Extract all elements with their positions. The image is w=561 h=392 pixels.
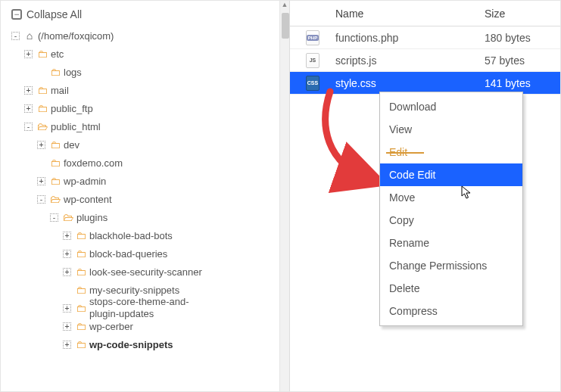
tree-item[interactable]: -🗁wp-content (37, 190, 279, 208)
folder-open-icon: 🗁 (49, 193, 61, 205)
js-file-icon: JS (306, 53, 319, 68)
scroll-thumb[interactable] (282, 13, 289, 39)
expander-icon[interactable]: + (63, 250, 71, 258)
expander-icon[interactable]: - (50, 213, 58, 222)
file-row[interactable]: PHP functions.php 180 bytes (290, 26, 560, 49)
file-list-header: Name Size (290, 1, 560, 26)
folder-icon: 🗀 (75, 338, 87, 350)
expander-icon[interactable]: - (37, 195, 45, 204)
expander-icon[interactable]: + (63, 322, 71, 331)
menu-rename[interactable]: Rename (380, 232, 522, 254)
menu-download[interactable]: Download (380, 95, 522, 118)
file-size: 141 bytes (485, 77, 560, 89)
tree-item[interactable]: +🗀look-see-security-scanner (63, 263, 279, 281)
tree-item[interactable]: 🗀foxdemo.com (37, 154, 279, 172)
folder-open-icon: 🗁 (36, 120, 48, 132)
expander-icon[interactable]: - (24, 123, 33, 131)
folder-icon: 🗀 (75, 320, 87, 332)
tree-scrollbar[interactable]: ▲ (279, 1, 290, 392)
folder-icon: 🗀 (49, 175, 61, 187)
menu-edit[interactable]: Edit (380, 141, 522, 163)
annotation-arrow-icon (315, 88, 383, 194)
tree-item[interactable]: -🗁plugins (50, 208, 279, 226)
folder-open-icon: 🗁 (62, 211, 74, 223)
folder-icon: 🗀 (75, 266, 87, 278)
file-size: 180 bytes (485, 32, 560, 44)
tree-item[interactable]: +🗀mail (24, 81, 279, 99)
tree-item[interactable]: +🗀wp-admin (37, 172, 279, 190)
folder-icon: 🗀 (49, 157, 61, 169)
tree-item[interactable]: +🗀etc (24, 45, 279, 63)
expander-icon[interactable]: + (37, 141, 45, 149)
menu-code-edit[interactable]: Code Edit (380, 163, 522, 186)
expander-icon[interactable]: + (63, 304, 71, 313)
expander-icon[interactable]: + (63, 232, 71, 240)
root-label: (/home/foxqicom) (38, 30, 114, 42)
expander-icon[interactable]: + (63, 268, 71, 276)
tree-item[interactable]: +🗀blackhole-bad-bots (63, 226, 279, 244)
file-size: 57 bytes (485, 54, 560, 67)
tree-item[interactable]: +🗀stops-core-theme-and-plugin-updates (63, 299, 279, 317)
collapse-label: Collapse All (26, 8, 82, 20)
folder-icon: 🗀 (49, 138, 61, 151)
file-name: functions.php (335, 32, 485, 44)
expander-icon[interactable]: + (24, 50, 33, 58)
mouse-cursor-icon (461, 185, 473, 201)
folder-icon: 🗀 (75, 284, 87, 296)
folder-icon: 🗀 (36, 48, 48, 60)
column-size[interactable]: Size (485, 8, 560, 20)
scroll-up-icon[interactable]: ▲ (280, 1, 289, 13)
folder-icon: 🗀 (75, 302, 87, 314)
collapse-icon: − (11, 9, 22, 20)
tree-item[interactable]: 🗀logs (37, 63, 279, 81)
menu-view[interactable]: View (380, 118, 522, 141)
folder-icon: 🗀 (36, 102, 48, 114)
collapse-all-button[interactable]: − Collapse All (1, 5, 279, 26)
tree-item[interactable]: +🗀dev (37, 135, 279, 154)
tree-item[interactable]: +🗀wp-cerber (63, 317, 279, 335)
context-menu: Download View Edit Code Edit Move Copy R… (379, 92, 523, 326)
tree-root[interactable]: - ⌂ (/home/foxqicom) (11, 26, 279, 45)
tree-item[interactable]: -🗁public_html (24, 117, 279, 135)
column-name[interactable]: Name (335, 8, 485, 20)
menu-delete[interactable]: Delete (380, 277, 522, 300)
home-icon: ⌂ (23, 30, 36, 42)
folder-icon: 🗀 (49, 66, 61, 78)
file-row[interactable]: JS scripts.js 57 bytes (290, 49, 560, 72)
menu-move[interactable]: Move (380, 186, 522, 209)
folder-tree-pane: − Collapse All - ⌂ (/home/foxqicom) +🗀et… (1, 1, 279, 392)
expander-icon[interactable]: + (24, 86, 33, 95)
folder-icon: 🗀 (75, 247, 87, 260)
expander-icon[interactable]: + (63, 341, 71, 349)
folder-icon: 🗀 (75, 229, 87, 241)
menu-change-permissions[interactable]: Change Permissions (380, 254, 522, 277)
tree-item[interactable]: +🗀block-bad-queries (63, 244, 279, 263)
tree-item[interactable]: +🗀public_ftp (24, 99, 279, 117)
file-name: scripts.js (335, 54, 485, 67)
expander-icon[interactable]: + (37, 177, 45, 185)
folder-icon: 🗀 (36, 84, 48, 96)
menu-compress[interactable]: Compress (380, 300, 522, 322)
tree-item-selected[interactable]: +🗀wp-code-snippets (63, 335, 279, 353)
expander-icon[interactable]: + (24, 104, 33, 113)
expander-icon[interactable]: - (11, 32, 20, 40)
menu-copy[interactable]: Copy (380, 209, 522, 232)
php-file-icon: PHP (306, 30, 319, 45)
